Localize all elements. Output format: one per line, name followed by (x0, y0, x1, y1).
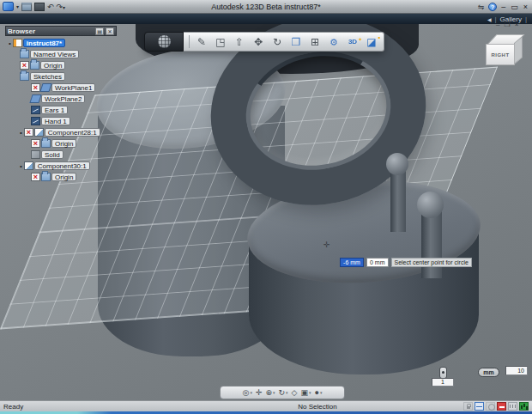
browser-item-component28-1[interactable]: •×Component28:1 (20, 127, 100, 137)
redx-icon[interactable]: × (31, 139, 40, 148)
browser-item-component30-1[interactable]: •Component30:1 (20, 161, 90, 171)
browser-item-label[interactable]: instruct87* (23, 39, 65, 47)
browser-item-solid[interactable]: Solid (31, 149, 63, 160)
app-logo-icon[interactable] (3, 2, 14, 11)
toolbar-combine-button[interactable]: ❐ (289, 35, 303, 49)
browser-item-hand-1[interactable]: Hand 1 (31, 116, 70, 126)
redx-icon[interactable]: × (31, 173, 40, 181)
toolbar-menu-button[interactable] (144, 32, 184, 52)
component-icon[interactable] (34, 128, 44, 137)
view-cube-front-face[interactable]: RIGHT (486, 44, 515, 65)
browser-item-workplane2[interactable]: WorkPlane2 (31, 94, 85, 104)
view-cube[interactable]: RIGHT (486, 34, 527, 76)
browser-item-label[interactable]: Named Views (30, 50, 79, 58)
expander-icon[interactable]: • (9, 40, 11, 47)
toolbar-sketch-button[interactable]: ✎ (195, 35, 209, 49)
browser-item-instruct87-[interactable]: •instruct87* (9, 38, 65, 48)
browser-item-label[interactable]: Ears 1 (41, 106, 68, 114)
sketch-icon[interactable] (31, 117, 40, 125)
minimize-button[interactable]: – (501, 3, 506, 11)
toolbar-move-button[interactable]: ✥ (251, 35, 265, 49)
browser-item-label[interactable]: Origin (51, 139, 76, 148)
folder-icon[interactable] (20, 72, 29, 81)
expander-icon[interactable]: • (20, 129, 22, 137)
units-button[interactable]: mm (478, 368, 499, 377)
browser-item-ears-1[interactable]: Ears 1 (31, 105, 68, 115)
expander-icon[interactable]: • (20, 162, 22, 170)
nav-wheel-button[interactable]: ◎▾ (243, 387, 252, 398)
folder-icon[interactable] (30, 61, 39, 70)
browser-item-label[interactable]: WorkPlane2 (41, 94, 85, 103)
save-icon[interactable] (34, 3, 45, 11)
tooltip-x-input[interactable]: -6 mm (340, 258, 364, 267)
toolbar-create-3d-button[interactable]: 3D (346, 35, 360, 49)
lock-icon[interactable] (463, 402, 473, 411)
orbit-caret-icon[interactable]: ▾ (286, 390, 288, 395)
browser-item-named-views[interactable]: Named Views (20, 49, 79, 59)
toolbar-push-pull-button[interactable]: ⇧ (233, 35, 246, 49)
browser-item-label[interactable]: Hand 1 (41, 117, 70, 125)
component-icon[interactable] (24, 161, 33, 170)
redx-icon[interactable]: × (20, 61, 29, 70)
browser-item-workplane1[interactable]: ×WorkPlane1 (31, 82, 95, 93)
browser-item-origin[interactable]: ×Origin (31, 138, 76, 149)
maximize-button[interactable]: ▭ (511, 3, 519, 11)
plane-icon[interactable] (29, 94, 41, 103)
undo-icon[interactable]: ↶ (47, 3, 54, 11)
doc-icon[interactable] (13, 39, 22, 47)
view-style-caret-icon[interactable]: ▾ (309, 390, 311, 395)
redo-icon[interactable]: ↷▾ (57, 3, 66, 11)
look-at-button[interactable]: ◇ (292, 387, 298, 398)
orbit-button[interactable]: ↻▾ (279, 387, 288, 398)
performance-icon[interactable] (519, 402, 529, 411)
share-icon[interactable]: ⇋ (478, 3, 485, 11)
doc-close-button[interactable]: × (515, 21, 519, 28)
help-button[interactable]: ? (488, 3, 497, 11)
appearance-button[interactable]: ●▾ (315, 387, 323, 398)
folder-icon[interactable] (41, 139, 51, 148)
pan-button[interactable]: ✛ (256, 387, 263, 398)
app-menu-caret-icon[interactable]: ▾ (16, 3, 19, 9)
viewport-canvas[interactable]: ✛ RIGHT ✎◳⇧✥↻❐⊞⚙3D◪ Browser ▤ ✕ •instru (0, 24, 532, 400)
browser-item-origin[interactable]: ×Origin (31, 172, 76, 182)
zoom-button[interactable]: ⊕▾ (265, 387, 275, 398)
plane-icon[interactable] (39, 83, 51, 92)
browser-item-origin[interactable]: ×Origin (20, 60, 65, 70)
toolbar-construct-button[interactable]: ⚙ (327, 35, 341, 49)
folder-icon[interactable] (20, 50, 29, 58)
browser-item-label[interactable]: WorkPlane1 (51, 83, 95, 92)
no-entry-icon[interactable] (497, 402, 506, 411)
browser-item-label[interactable]: Component28:1 (45, 128, 100, 137)
close-button[interactable]: × (523, 3, 529, 11)
redo-caret-icon[interactable]: ▾ (63, 5, 65, 10)
nav-wheel-caret-icon[interactable]: ▾ (250, 390, 252, 395)
doc-minimize-button[interactable]: – (496, 21, 499, 28)
browser-item-label[interactable]: Component30:1 (34, 161, 90, 170)
browser-item-label[interactable]: Origin (40, 61, 65, 70)
toolbar-revolve-button[interactable]: ↻ (270, 35, 284, 49)
browser-item-label[interactable]: Solid (41, 150, 63, 159)
globe-icon[interactable] (486, 402, 495, 411)
gallery-back-icon[interactable]: ◀ (487, 16, 492, 22)
redx-icon[interactable]: × (24, 128, 33, 137)
browser-item-label[interactable]: Origin (51, 173, 76, 181)
browser-close-button[interactable]: ✕ (106, 27, 114, 35)
redx-icon[interactable]: × (31, 83, 40, 92)
snap-slider[interactable] (439, 367, 447, 379)
open-file-icon[interactable] (21, 3, 32, 11)
browser-options-button[interactable]: ▤ (95, 27, 104, 35)
folder-icon[interactable] (41, 173, 51, 181)
tooltip-y-input[interactable]: 0 mm (366, 258, 389, 267)
toolbar-primitives-button[interactable]: ◳ (214, 35, 227, 49)
view-style-button[interactable]: ▣▾ (300, 387, 311, 398)
browser-item-label[interactable]: Sketches (30, 72, 65, 81)
grid-size-field[interactable]: 10 (505, 366, 528, 375)
appearance-caret-icon[interactable]: ▾ (320, 390, 323, 395)
toolbar-pattern-button[interactable]: ⊞ (308, 35, 322, 49)
split-view-icon[interactable] (475, 402, 484, 411)
browser-item-sketches[interactable]: Sketches (20, 71, 65, 82)
solid-icon[interactable] (31, 150, 40, 159)
doc-restore-button[interactable]: ❐ (504, 21, 510, 28)
sketch-icon[interactable] (31, 106, 40, 114)
snap-value-field[interactable]: 1 (432, 378, 454, 387)
